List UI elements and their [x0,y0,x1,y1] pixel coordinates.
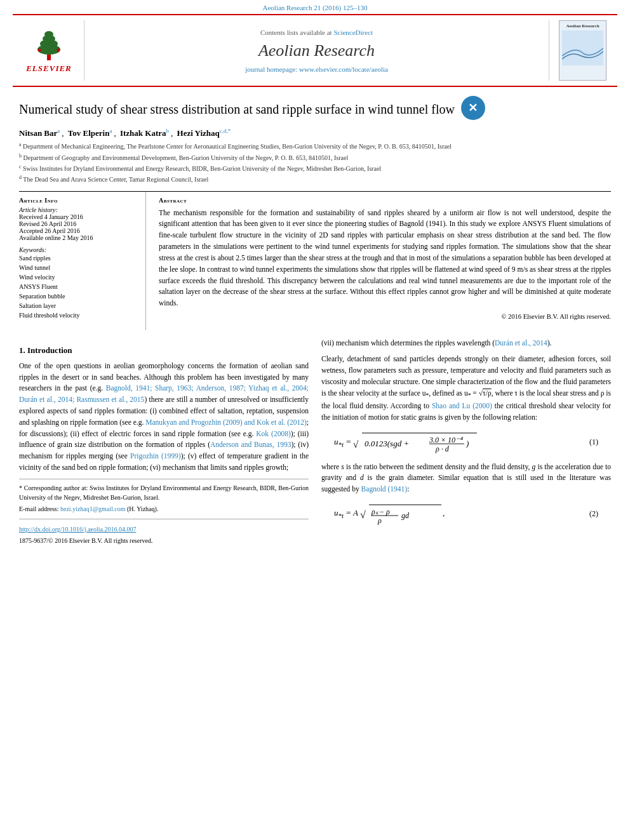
abstract-text: The mechanism responsible for the format… [159,208,611,309]
keywords-list: Sand ripples Wind tunnel Wind velocity A… [19,253,139,320]
footnote-divider [19,519,309,519]
authors-line: Nitsan Bara, Tov Elperina, Itzhak Katrab… [19,128,611,138]
ref-shao-lu[interactable]: Shao and Lu (2000) [432,402,492,410]
equation-2-number: (2) [589,508,598,520]
article-info-column: Article Info Article history: Received 4… [19,192,146,330]
journal-name-heading: Aeolian Research [258,41,375,60]
keyword-5: Separation bubble [19,291,139,301]
email-line: E-mail address: hezi.yizhaq1@gmail.com (… [19,504,309,514]
title-crossmark-row: Numerical study of shear stress distribu… [19,93,611,124]
crossmark-badge[interactable]: ✕ [461,96,485,120]
info-abstract-row: Article Info Article history: Received 4… [19,191,611,330]
journal-thumbnail-section: Aeolian Research [556,20,610,81]
body-left-column: 1. Introduction One of the open question… [19,338,309,547]
author-4-name: Hezi Yizhaq [177,128,220,138]
ref-anderson[interactable]: Anderson and Bunas, 1993 [210,441,292,448]
affiliation-c: c Swiss Institutes for Dryland Environme… [19,163,611,173]
svg-text:√: √ [360,509,366,520]
issn-line: 1875-9637/© 2016 Elsevier B.V. All right… [19,536,309,545]
svg-text:0.0123(sgd +: 0.0123(sgd + [365,439,409,448]
svg-point-4 [44,31,53,37]
article-info-heading: Article Info [19,197,139,204]
ref-bagnold-1941[interactable]: Bagnold (1941) [361,485,408,493]
affiliations: a Department of Mechanical Engineering, … [19,141,611,184]
footnote-section: * Corresponding author at: Swiss Institu… [19,479,309,545]
elsevier-logo: ELSEVIER [26,27,72,74]
svg-text:ρ · d: ρ · d [435,444,450,453]
thumbnail-image [562,30,603,65]
elsevier-tree-icon [30,27,68,62]
intro-paragraph-3: Clearly, detachment of sand particles de… [321,354,611,423]
svg-text:ρ: ρ [377,516,382,525]
equation-2-block: u*t = A √ ρ ₛ − ρ ρ gd , (2) [334,502,598,526]
journal-thumbnail: Aeolian Research [559,20,607,81]
article-title: Numerical study of shear stress distribu… [19,101,455,117]
body-right-column: (vii) mechanism which determines the rip… [321,338,611,547]
abstract-copyright: © 2016 Elsevier B.V. All rights reserved… [159,313,611,320]
svg-text:ρ: ρ [371,507,375,516]
keyword-3: Wind velocity [19,272,139,282]
affiliation-b: b Department of Geography and Environmen… [19,152,611,163]
equation-1-formula: u*t = √ 0.0123(sgd + 3.0 × 10⁻⁴ ρ · d [334,430,480,455]
keyword-7: Fluid threshold velocity [19,310,139,320]
abstract-column: Abstract The mechanism responsible for t… [159,192,611,330]
ref-manukyan[interactable]: Manukyan and Progozhin (2009) and Kok et… [145,418,307,426]
online-date: Available online 2 May 2016 [19,234,139,241]
elsevier-logo-section: ELSEVIER [20,20,77,81]
sciencedirect-link[interactable]: ScienceDirect [333,29,373,36]
svg-text:gd: gd [401,511,410,520]
accepted-date: Accepted 26 April 2016 [19,227,139,234]
equation-2-svg: √ ρ ₛ − ρ ρ gd [360,502,443,526]
email-link[interactable]: hezi.yizhaq1@gmail.com [60,505,126,512]
author-2-name: Tov Elperin [68,128,110,138]
journal-info-center: Contents lists available at ScienceDirec… [84,20,549,81]
crossmark-icon[interactable]: ✕ [461,96,485,120]
ref-bagnold[interactable]: Bagnold, 1941; Sharp, 1963; Anderson, 19… [19,384,309,403]
keyword-6: Saltation layer [19,301,139,310]
journal-volume-info: Aeolian Research 21 (2016) 125–130 [263,4,368,11]
ref-prigozhin[interactable]: Prigozhin (1999) [130,452,181,460]
contents-available-line: Contents lists available at ScienceDirec… [260,29,373,36]
svg-point-6 [57,49,60,52]
doi-line: http://dx.doi.org/10.1016/j.aeolia.2016.… [19,524,309,534]
svg-text:3.0 × 10⁻⁴: 3.0 × 10⁻⁴ [429,436,463,444]
svg-text:): ) [466,439,469,448]
keyword-1: Sand ripples [19,253,139,263]
keyword-2: Wind tunnel [19,263,139,272]
keywords-label: Keywords: [19,246,139,253]
intro-heading: 1. Introduction [19,344,309,357]
equation-1-svg: √ 0.0123(sgd + 3.0 × 10⁻⁴ ρ · d ) [353,430,480,455]
corresponding-author-note: * Corresponding author at: Swiss Institu… [19,483,309,502]
svg-text:− ρ: − ρ [379,507,390,516]
journal-header: ELSEVIER Contents lists available at Sci… [13,14,617,87]
intro-paragraph-1: One of the open questions in aeolian geo… [19,361,309,474]
revised-date: Revised 26 April 2016 [19,220,139,227]
intro-paragraph-2: (vii) mechanism which determines the rip… [321,338,611,349]
thumbnail-title: Aeolian Research [566,23,599,29]
top-bar: Aeolian Research 21 (2016) 125–130 [0,0,630,14]
equation-1-block: u*t = √ 0.0123(sgd + 3.0 × 10⁻⁴ ρ · d [334,430,598,455]
paragraph-after-eq1: where s is the ratio between the sedimen… [321,462,611,495]
keyword-4: ANSYS Fluent [19,282,139,291]
svg-text:ₛ: ₛ [375,507,379,516]
equation-2-formula: u*t = A √ ρ ₛ − ρ ρ gd , [334,502,445,526]
abstract-heading: Abstract [159,197,611,204]
history-label: Article history: [19,206,139,213]
history-block: Article history: Received 4 January 2016… [19,206,139,241]
affiliation-a: a Department of Mechanical Engineering, … [19,141,611,151]
author-3-name: Itzhak Katra [120,128,166,138]
elsevier-wordmark: ELSEVIER [26,63,72,74]
received-date: Received 4 January 2016 [19,213,139,220]
journal-homepage-url[interactable]: www.elsevier.com/locate/aeolia [299,65,388,73]
journal-homepage-line: journal homepage: www.elsevier.com/locat… [245,65,388,73]
author-1-name: Nitsan Bar [19,128,57,138]
equation-1-number: (1) [589,436,598,448]
svg-point-5 [38,49,41,52]
ref-duran[interactable]: Durán et al., 2014 [495,339,547,347]
body-section: 1. Introduction One of the open question… [19,338,611,547]
keywords-block: Keywords: Sand ripples Wind tunnel Wind … [19,246,139,320]
doi-link[interactable]: http://dx.doi.org/10.1016/j.aeolia.2016.… [19,526,137,533]
svg-text:√: √ [353,439,359,450]
affiliation-d: d The Dead Sea and Arava Science Center,… [19,174,611,184]
ref-kok[interactable]: Kok (2008) [256,430,290,437]
